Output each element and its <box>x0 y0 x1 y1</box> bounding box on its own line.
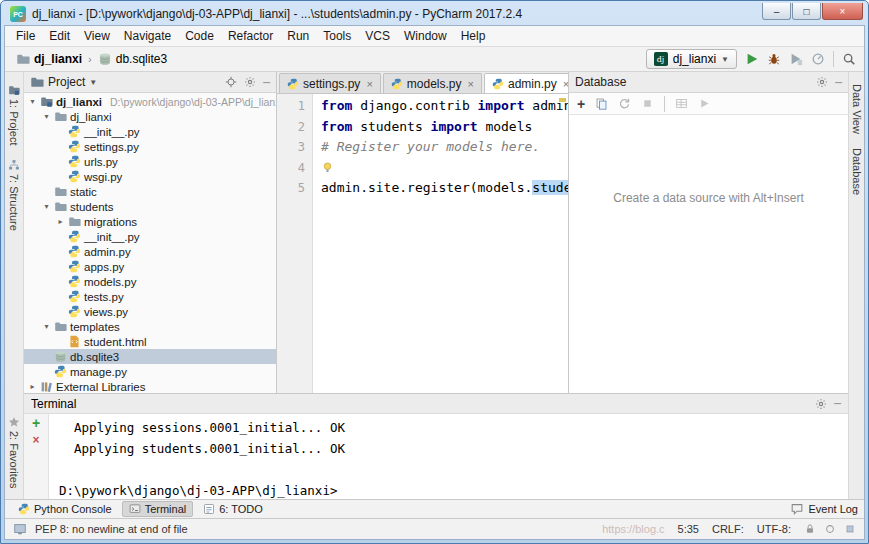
encoding-widget[interactable]: UTF-8: <box>757 523 791 535</box>
tree-item-dj-lianxi[interactable]: ▾dj_lianxi <box>24 109 276 124</box>
menu-item-navigate[interactable]: Navigate <box>117 27 178 45</box>
python-icon <box>68 290 81 303</box>
table-view-icon[interactable] <box>675 97 688 110</box>
tree-item-tests-py[interactable]: tests.py <box>24 289 276 304</box>
run-with-coverage-button[interactable] <box>789 52 803 66</box>
menu-item-file[interactable]: File <box>9 27 42 45</box>
code-editor[interactable]: 12345 from django.contrib import adminfr… <box>277 94 568 393</box>
stripe-button-database[interactable]: Database <box>851 148 863 195</box>
chevron-down-icon[interactable]: ▼ <box>89 78 97 87</box>
code-line[interactable]: admin.site.register(models.student) <box>321 178 568 199</box>
chevron-icon[interactable]: ▸ <box>56 217 65 226</box>
close-tab-icon[interactable]: × <box>468 78 474 90</box>
terminal-output[interactable]: Applying sessions.0001_initial... OK App… <box>49 414 848 499</box>
tab-label: admin.py <box>508 77 557 91</box>
run-button[interactable] <box>745 52 759 66</box>
notifications-icon[interactable] <box>844 523 856 535</box>
breadcrumb-item-dj-lianxi[interactable]: dj_lianxi <box>13 51 85 67</box>
menu-item-view[interactable]: View <box>77 27 117 45</box>
caret-position-widget[interactable]: 5:35 <box>678 523 699 535</box>
stripe-button-1-project[interactable]: 1: Project <box>8 84 20 145</box>
tree-item-students[interactable]: ▾students <box>24 199 276 214</box>
stripe-button-label: 2: Favorites <box>8 431 20 488</box>
menu-item-help[interactable]: Help <box>454 27 493 45</box>
tree-item-settings-py[interactable]: settings.py <box>24 139 276 154</box>
hide-panel-icon[interactable]: ─ <box>835 77 842 88</box>
hide-panel-icon[interactable]: ─ <box>263 77 270 88</box>
tree-item-db-sqlite3[interactable]: db.sqlite3 <box>24 349 276 364</box>
editor-tab-admin-py[interactable]: admin.py× <box>484 73 577 93</box>
menu-item-refactor[interactable]: Refactor <box>221 27 280 45</box>
locate-file-icon[interactable] <box>225 76 237 88</box>
tree-item-dj-lianxi[interactable]: ▾dj_lianxiD:\pywork\django\dj-03-APP\dj_… <box>24 94 276 109</box>
run-config-selector[interactable]: dj dj_lianxi ▼ <box>646 49 737 69</box>
stripe-button-data-view[interactable]: Data View <box>851 84 863 134</box>
code-token: students <box>360 119 430 134</box>
tree-item-wsgi-py[interactable]: wsgi.py <box>24 169 276 184</box>
duplicate-data-source-icon[interactable] <box>595 97 608 110</box>
bottom-toolbar-items: Python ConsoleTerminal6: TODO <box>11 501 270 517</box>
profiler-button[interactable] <box>811 52 825 66</box>
debug-button[interactable] <box>767 52 781 66</box>
stop-icon[interactable] <box>641 97 654 110</box>
tree-item-external-libraries[interactable]: ▸External Libraries <box>24 379 276 393</box>
tree-item-student-html[interactable]: student.html <box>24 334 276 349</box>
menu-item-vcs[interactable]: VCS <box>358 27 397 45</box>
chevron-icon[interactable]: ▾ <box>42 202 51 211</box>
editor-lines[interactable]: from django.contrib import adminfrom stu… <box>313 94 568 393</box>
menu-item-window[interactable]: Window <box>397 27 454 45</box>
lock-icon[interactable] <box>804 523 816 535</box>
gear-icon[interactable] <box>244 76 256 88</box>
event-log-button[interactable]: Event Log <box>790 502 858 516</box>
toolwindow-button-terminal[interactable]: Terminal <box>122 501 194 517</box>
chevron-icon[interactable]: ▾ <box>28 97 37 106</box>
menu-item-run[interactable]: Run <box>280 27 316 45</box>
tree-item-views-py[interactable]: views.py <box>24 304 276 319</box>
code-line[interactable]: from django.contrib import admin <box>321 96 568 117</box>
highlighting-level-icon[interactable] <box>824 523 836 535</box>
editor-tab-settings-py[interactable]: settings.py× <box>279 73 381 93</box>
maximize-button[interactable]: □ <box>792 3 821 20</box>
menu-item-tools[interactable]: Tools <box>316 27 358 45</box>
breadcrumb-item-db-sqlite3[interactable]: db.sqlite3 <box>95 51 170 67</box>
gear-icon[interactable] <box>815 398 827 410</box>
tree-item-manage-py[interactable]: manage.py <box>24 364 276 379</box>
close-session-icon[interactable]: × <box>32 435 39 445</box>
tree-item-apps-py[interactable]: apps.py <box>24 259 276 274</box>
new-session-icon[interactable]: + <box>32 417 40 429</box>
line-separator-widget[interactable]: CRLF: <box>712 523 744 535</box>
menu-item-edit[interactable]: Edit <box>42 27 77 45</box>
gear-icon[interactable] <box>816 76 828 88</box>
tree-item-init-py[interactable]: __init__.py <box>24 124 276 139</box>
toolwindow-button-6-todo[interactable]: 6: TODO <box>196 501 270 517</box>
hide-panel-icon[interactable]: ─ <box>834 398 841 409</box>
tree-item-migrations[interactable]: ▸migrations <box>24 214 276 229</box>
code-line[interactable] <box>321 158 568 179</box>
sync-icon[interactable] <box>618 97 631 110</box>
tree-item-admin-py[interactable]: admin.py <box>24 244 276 259</box>
tree-item-static[interactable]: static <box>24 184 276 199</box>
menu-item-code[interactable]: Code <box>178 27 221 45</box>
chevron-icon[interactable]: ▾ <box>42 322 51 331</box>
tree-item-templates[interactable]: ▾templates <box>24 319 276 334</box>
python-icon <box>68 275 81 288</box>
add-data-source-icon[interactable]: + <box>577 98 585 110</box>
tree-item-urls-py[interactable]: urls.py <box>24 154 276 169</box>
db-icon <box>54 350 67 363</box>
tree-item-models-py[interactable]: models.py <box>24 274 276 289</box>
stripe-button-7-structure[interactable]: 7: Structure <box>8 159 20 231</box>
tree-item-init-py[interactable]: __init__.py <box>24 229 276 244</box>
code-line[interactable]: # Register your models here. <box>321 137 568 158</box>
minimize-button[interactable]: – <box>762 3 791 20</box>
search-everywhere-icon[interactable] <box>842 52 856 66</box>
chevron-icon[interactable]: ▸ <box>28 382 37 391</box>
close-tab-icon[interactable]: × <box>366 78 372 90</box>
close-button[interactable]: × <box>822 3 863 20</box>
chevron-icon[interactable]: ▾ <box>42 112 51 121</box>
editor-tab-models-py[interactable]: models.py× <box>383 73 482 93</box>
open-console-icon[interactable] <box>698 97 711 110</box>
stripe-button-2-favorites[interactable]: 2: Favorites <box>8 416 20 488</box>
toolwindow-button-python-console[interactable]: Python Console <box>11 501 119 517</box>
toolwindow-switcher-icon[interactable] <box>13 522 27 536</box>
code-line[interactable]: from students import models <box>321 117 568 138</box>
